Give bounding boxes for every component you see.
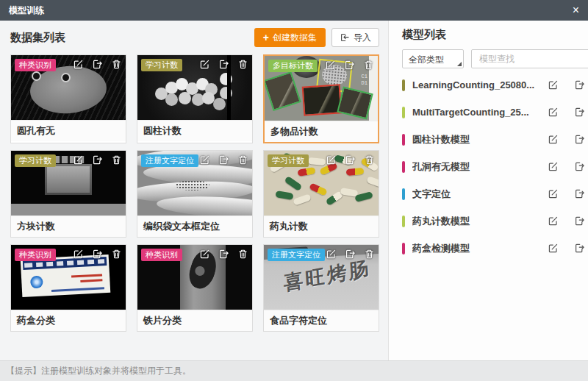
dataset-card-pill-count[interactable]: 学习计数 药丸计数: [263, 150, 379, 238]
trash-icon[interactable]: [364, 154, 375, 165]
dataset-type-badge: 学习计数: [141, 59, 182, 71]
dataset-thumbnail: 学习计数: [264, 151, 379, 216]
model-name: 文字定位: [412, 188, 543, 201]
edit-icon[interactable]: [325, 60, 336, 71]
dataset-card-block-count[interactable]: 学习计数 方块计数: [10, 150, 126, 238]
edit-icon[interactable]: [199, 59, 210, 70]
dataset-caption: 药丸计数: [264, 216, 379, 237]
model-panel: 模型列表 全部类型 LearningCounting_25080: [388, 21, 588, 360]
edit-icon[interactable]: [548, 107, 559, 118]
count-overlay-text: C1 D1: [362, 74, 368, 87]
close-icon[interactable]: ×: [573, 4, 579, 16]
dataset-card-food-character[interactable]: 喜旺烤肠 注册文字定位 食品字符定位: [263, 244, 379, 332]
create-dataset-button[interactable]: + 创建数据集: [254, 28, 326, 47]
model-list-item[interactable]: MultiTargetCounting_25...: [402, 99, 588, 126]
dataset-caption: 食品字符定位: [264, 310, 379, 331]
dataset-caption: 药盒分类: [11, 310, 126, 331]
trash-icon[interactable]: [363, 60, 374, 71]
export-icon[interactable]: [218, 59, 229, 70]
model-list-item[interactable]: 药盒检测模型: [402, 235, 588, 262]
model-search-box: [471, 49, 588, 68]
export-icon[interactable]: [345, 154, 356, 165]
model-list-item[interactable]: 孔洞有无模型: [402, 153, 588, 180]
edit-icon[interactable]: [548, 188, 559, 199]
dataset-caption: 多物品计数: [265, 121, 378, 142]
dataset-grid: 种类识别 圆孔有无 学习计数: [10, 54, 379, 332]
trash-icon[interactable]: [111, 154, 122, 165]
dataset-type-badge: 种类识别: [15, 249, 56, 261]
export-icon[interactable]: [92, 249, 103, 260]
export-icon[interactable]: [574, 216, 585, 227]
edit-icon[interactable]: [548, 134, 559, 145]
edit-icon[interactable]: [73, 154, 84, 165]
dataset-type-badge: 种类识别: [141, 249, 182, 261]
edit-icon[interactable]: [199, 249, 210, 260]
dataset-panel: 数据集列表 + 创建数据集 导入 种类识别: [0, 21, 388, 360]
export-icon[interactable]: [574, 161, 585, 172]
edit-icon[interactable]: [73, 59, 84, 70]
export-icon[interactable]: [92, 154, 103, 165]
export-icon[interactable]: [218, 249, 229, 260]
edit-icon[interactable]: [326, 154, 337, 165]
export-icon[interactable]: [574, 134, 585, 145]
status-hint-text: 【提示】注册模型训练对象并将模型用于工具。: [6, 366, 191, 376]
trash-icon[interactable]: [364, 249, 375, 260]
model-search-input[interactable]: [478, 53, 588, 65]
edit-icon[interactable]: [73, 249, 84, 260]
import-icon: [340, 32, 350, 43]
trash-icon[interactable]: [111, 59, 122, 70]
model-name: 孔洞有无模型: [412, 160, 543, 174]
edit-icon[interactable]: [199, 154, 210, 165]
import-dataset-button[interactable]: 导入: [331, 28, 379, 47]
export-icon[interactable]: [574, 188, 585, 199]
model-list: LearningCounting_25080... MultiTargetCou…: [402, 71, 588, 262]
trash-icon[interactable]: [237, 59, 248, 70]
trash-icon[interactable]: [111, 249, 122, 260]
dataset-caption: 铁片分类: [137, 310, 252, 331]
dataset-panel-heading: 数据集列表: [10, 31, 65, 45]
status-hint-bar: 【提示】注册模型训练对象并将模型用于工具。: [0, 360, 588, 381]
dataset-thumbnail: 种类识别: [11, 245, 126, 310]
model-list-item[interactable]: 药丸计数模型: [402, 207, 588, 235]
export-icon[interactable]: [92, 59, 103, 70]
edit-icon[interactable]: [548, 161, 559, 172]
dataset-type-badge: 学习计数: [268, 154, 309, 167]
dataset-card-medicine-box[interactable]: 种类识别 药盒分类: [10, 244, 126, 332]
dataset-thumbnail: 喜旺烤肠 注册文字定位: [264, 245, 379, 310]
model-list-item[interactable]: LearningCounting_25080...: [402, 71, 588, 99]
model-type-dropdown[interactable]: 全部类型: [402, 49, 464, 68]
model-name: LearningCounting_25080...: [412, 79, 543, 90]
model-name: MultiTargetCounting_25...: [412, 107, 543, 118]
edit-icon[interactable]: [548, 243, 559, 254]
model-list-item[interactable]: 文字定位: [402, 180, 588, 207]
model-color-bar: [402, 134, 405, 146]
dialog-title: 模型训练: [9, 4, 44, 17]
model-color-bar: [402, 79, 405, 91]
dataset-type-badge: 多目标计数: [268, 60, 318, 72]
dataset-card-multi-object-count[interactable]: C1 D1 多目标计数 多物品计数: [263, 54, 379, 143]
export-icon[interactable]: [218, 154, 229, 165]
export-icon[interactable]: [344, 60, 355, 71]
dataset-card-bag-textbox[interactable]: 注册文字定位 编织袋文本框定位: [137, 150, 253, 238]
dataset-caption: 编织袋文本框定位: [137, 216, 252, 237]
edit-icon[interactable]: [326, 249, 337, 260]
edit-icon[interactable]: [548, 79, 559, 90]
dataset-thumbnail: 注册文字定位: [137, 151, 252, 216]
trash-icon[interactable]: [237, 249, 248, 260]
dataset-card-iron-piece[interactable]: 种类识别 铁片分类: [137, 244, 253, 332]
dataset-card-cylinder-count[interactable]: 学习计数 圆柱计数: [137, 54, 253, 143]
dataset-type-badge: 学习计数: [15, 154, 56, 167]
dialog-titlebar: 模型训练 ×: [0, 0, 588, 21]
model-list-item[interactable]: 圆柱计数模型: [402, 126, 588, 153]
package-brand-text: 喜旺烤肠: [283, 255, 372, 297]
trash-icon[interactable]: [237, 154, 248, 165]
edit-icon[interactable]: [548, 216, 559, 227]
export-icon[interactable]: [574, 107, 585, 118]
plus-icon: +: [263, 32, 269, 43]
dataset-type-badge: 注册文字定位: [268, 249, 325, 261]
dataset-caption: 方块计数: [11, 216, 126, 237]
export-icon[interactable]: [574, 79, 585, 90]
dataset-card-round-holes[interactable]: 种类识别 圆孔有无: [10, 54, 126, 143]
export-icon[interactable]: [574, 243, 585, 254]
export-icon[interactable]: [345, 249, 356, 260]
